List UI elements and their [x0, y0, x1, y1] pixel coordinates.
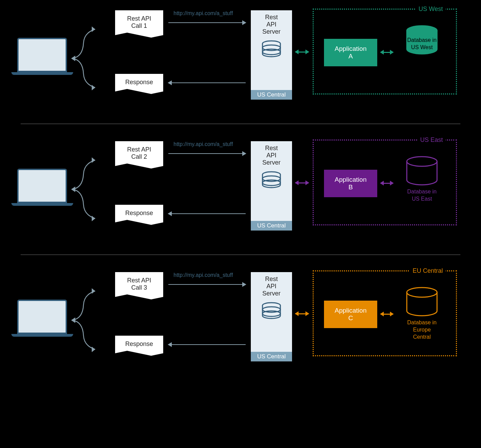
server-l1: Rest	[253, 14, 290, 21]
brace-connector	[70, 19, 105, 96]
call-label-l2: Call 1	[117, 22, 161, 30]
server-l3: Server	[253, 290, 290, 297]
svg-marker-1	[71, 56, 75, 61]
app-l1: Application	[335, 45, 367, 53]
server-l2: API	[253, 283, 290, 290]
call-label-l2: Call 3	[117, 284, 161, 291]
svg-point-6	[407, 26, 437, 35]
laptop-icon	[17, 300, 73, 337]
request-arrow	[168, 153, 246, 154]
divider	[21, 255, 460, 255]
database-cylinder: Database inEuropeCentral	[401, 287, 443, 340]
server-region: US Central	[251, 221, 292, 231]
call-label-l2: Call 2	[117, 153, 161, 160]
svg-marker-10	[92, 216, 95, 221]
svg-marker-15	[92, 288, 95, 294]
app-db-arrow	[381, 52, 393, 53]
svg-point-14	[407, 157, 437, 166]
svg-marker-17	[92, 347, 95, 352]
db-label-line: Database in	[401, 37, 443, 44]
database-icon	[253, 171, 290, 192]
api-server: Rest API Server US Central	[251, 272, 292, 361]
app-l1: Application	[335, 176, 367, 183]
server-region-arrow	[295, 313, 309, 314]
api-url: http://my.api.com/a_stuff	[174, 10, 233, 16]
brace-connector	[70, 281, 105, 358]
db-label-line: Europe	[401, 326, 443, 334]
api-server: Rest API Server US Central	[251, 10, 292, 100]
api-server: Rest API Server US Central	[251, 141, 292, 231]
divider	[21, 124, 460, 124]
response-doc: Response	[115, 205, 163, 226]
app-l2: C	[348, 314, 353, 322]
api-url: http://my.api.com/a_stuff	[174, 141, 233, 147]
region-title: US East	[417, 136, 446, 144]
api-url: http://my.api.com/a_stuff	[174, 272, 233, 278]
response-label: Response	[117, 79, 161, 86]
database-icon	[253, 40, 290, 61]
region-box: EU Central Application C Database inEuro…	[313, 270, 457, 356]
response-arrow	[168, 213, 246, 214]
db-label-line: US East	[401, 195, 443, 203]
database-icon	[253, 302, 290, 323]
app-db-arrow	[381, 314, 393, 315]
svg-marker-0	[92, 26, 95, 32]
api-call-doc: Rest API Call 2	[115, 141, 163, 169]
request-arrow	[168, 22, 246, 23]
response-arrow	[168, 344, 246, 345]
diagram-row: Rest API Call 2 http://my.api.com/a_stuf…	[10, 138, 471, 241]
svg-marker-9	[71, 187, 75, 192]
db-label-line: Database in	[401, 188, 443, 195]
application-box: Application A	[324, 39, 377, 66]
app-db-arrow	[381, 183, 393, 184]
server-region: US Central	[251, 90, 292, 100]
server-l1: Rest	[253, 276, 290, 283]
application-box: Application C	[324, 301, 377, 328]
application-box: Application B	[324, 170, 377, 197]
diagram-row: Rest API Call 1 http://my.api.com/a_stuf…	[10, 7, 471, 110]
svg-marker-2	[92, 85, 95, 90]
response-arrow	[168, 82, 246, 83]
response-doc: Response	[115, 336, 163, 357]
response-doc: Response	[115, 74, 163, 95]
call-label-l1: Rest API	[117, 146, 161, 153]
brace-connector	[70, 150, 105, 227]
response-label: Response	[117, 210, 161, 217]
call-label-l1: Rest API	[117, 15, 161, 22]
server-l1: Rest	[253, 145, 290, 152]
server-region-arrow	[295, 182, 309, 183]
db-label-line: US West	[401, 44, 443, 51]
server-l3: Server	[253, 28, 290, 35]
region-title: EU Central	[410, 267, 446, 275]
app-l2: B	[348, 183, 353, 191]
app-l2: A	[348, 53, 353, 60]
server-l2: API	[253, 21, 290, 28]
app-l1: Application	[335, 307, 367, 314]
laptop-icon	[17, 38, 73, 75]
svg-marker-16	[71, 317, 75, 323]
svg-point-21	[407, 288, 437, 297]
region-box: US East Application B Database inUS East	[313, 139, 457, 225]
region-title: US West	[416, 5, 446, 13]
server-l3: Server	[253, 159, 290, 166]
db-label-line: Database in	[401, 319, 443, 326]
svg-marker-8	[92, 157, 95, 163]
response-label: Response	[117, 340, 161, 348]
server-region-arrow	[295, 52, 309, 53]
api-call-doc: Rest API Call 3	[115, 272, 163, 300]
region-box: US West Application A Database inUS West	[313, 9, 457, 94]
request-arrow	[168, 284, 246, 285]
laptop-icon	[17, 169, 73, 206]
server-region: US Central	[251, 352, 292, 361]
diagram-row: Rest API Call 3 http://my.api.com/a_stuf…	[10, 269, 471, 372]
db-label-line: Central	[401, 334, 443, 341]
call-label-l1: Rest API	[117, 277, 161, 284]
server-l2: API	[253, 152, 290, 159]
database-cylinder: Database inUS West	[401, 25, 443, 51]
api-call-doc: Rest API Call 1	[115, 10, 163, 38]
database-cylinder: Database inUS East	[401, 156, 443, 203]
